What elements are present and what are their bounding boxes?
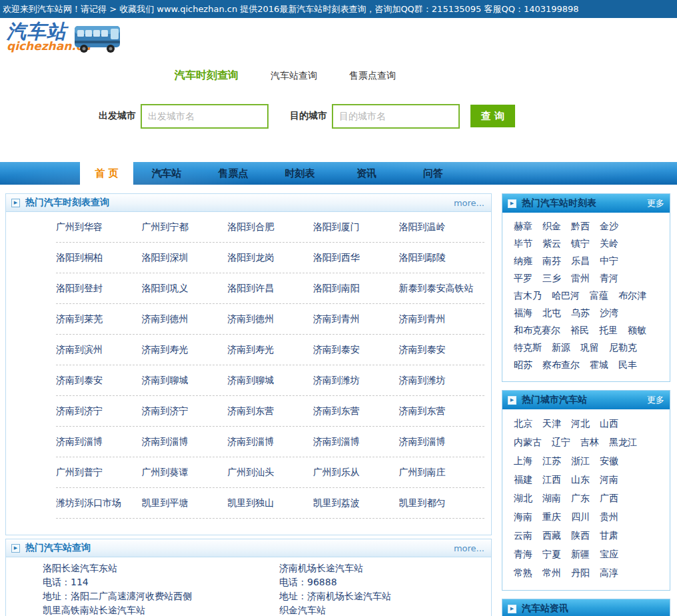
city-link[interactable]: 福海 (514, 307, 532, 318)
route-link[interactable]: 济南到滨州 (56, 344, 142, 356)
nav-item[interactable]: 售票点 (200, 162, 267, 185)
route-link[interactable]: 济南到青州 (313, 313, 399, 325)
city-link[interactable]: 关岭 (600, 238, 618, 249)
city-link[interactable]: 浙江 (571, 455, 590, 466)
route-link[interactable]: 济南到淄博 (56, 436, 142, 448)
city-link[interactable]: 三乡 (542, 273, 561, 283)
city-link[interactable]: 织金 (542, 221, 561, 231)
city-link[interactable]: 广西 (600, 493, 618, 503)
route-link[interactable]: 洛阳到登封 (56, 283, 142, 295)
city-link[interactable]: 天津 (542, 418, 561, 429)
tab-ticket-office-search[interactable]: 售票点查询 (349, 70, 396, 82)
city-link[interactable]: 北京 (514, 418, 532, 429)
city-link[interactable]: 青海 (514, 549, 532, 559)
route-link[interactable]: 济南到寿光 (142, 344, 228, 356)
route-link[interactable]: 济南到济宁 (56, 405, 142, 417)
city-link[interactable]: 毕节 (514, 238, 532, 249)
route-link[interactable]: 潍坊到泺口市场 (56, 497, 142, 509)
city-link[interactable]: 黑龙江 (609, 437, 637, 447)
city-link[interactable]: 吉林 (580, 437, 599, 447)
city-link[interactable]: 陕西 (571, 530, 590, 541)
city-link[interactable]: 宁夏 (542, 549, 561, 559)
route-link[interactable]: 济南到莱芜 (56, 313, 142, 325)
city-link[interactable]: 黔西 (571, 221, 590, 231)
city-link[interactable]: 昭苏 (514, 359, 532, 370)
nav-item[interactable]: 时刻表 (267, 162, 333, 185)
route-link[interactable]: 凯里到独山 (227, 497, 313, 509)
route-link[interactable]: 洛阳到厦门 (313, 221, 399, 233)
more-link[interactable]: more... (454, 198, 484, 208)
station-link[interactable]: 凯里高铁南站长途汽车站 (43, 603, 279, 616)
route-link[interactable]: 洛阳到深圳 (142, 252, 228, 264)
route-link[interactable]: 济南到淄博 (227, 436, 313, 448)
city-link[interactable]: 常州 (542, 567, 561, 578)
city-link[interactable]: 上海 (514, 455, 532, 466)
city-link[interactable]: 赫章 (514, 221, 532, 231)
city-link[interactable]: 额敏 (628, 325, 646, 335)
route-link[interactable]: 济南到东营 (313, 405, 399, 417)
city-link[interactable]: 镇宁 (571, 238, 590, 249)
route-link[interactable]: 广州到汕头 (227, 467, 313, 479)
city-link[interactable]: 霍城 (590, 359, 608, 370)
city-link[interactable]: 福建 (514, 474, 532, 485)
city-link[interactable]: 重庆 (542, 511, 561, 522)
to-city-input[interactable] (332, 104, 460, 129)
city-link[interactable]: 尼勒克 (609, 342, 637, 353)
route-link[interactable]: 凯里到平塘 (142, 497, 228, 509)
city-link[interactable]: 特克斯 (514, 342, 542, 353)
city-link[interactable]: 宝应 (600, 549, 618, 559)
more-link[interactable]: 更多 (647, 394, 664, 406)
city-link[interactable]: 金沙 (600, 221, 618, 231)
city-link[interactable]: 布尔津 (618, 290, 646, 301)
route-link[interactable]: 洛阳到许昌 (227, 283, 313, 295)
city-link[interactable]: 察布查尔 (542, 359, 580, 370)
city-link[interactable]: 裕民 (570, 325, 589, 335)
route-link[interactable]: 济南到聊城 (227, 375, 313, 387)
city-link[interactable]: 新疆 (571, 549, 590, 559)
from-city-input[interactable] (141, 104, 269, 129)
route-link[interactable]: 广州到普宁 (56, 467, 142, 479)
route-link[interactable]: 济南到淄博 (398, 436, 484, 448)
route-link[interactable]: 洛阳到南阳 (313, 283, 399, 295)
more-link[interactable]: more... (454, 543, 484, 553)
route-link[interactable]: 济南到济宁 (142, 405, 228, 417)
route-link[interactable]: 广州到华容 (56, 221, 142, 233)
city-link[interactable]: 广东 (571, 493, 590, 503)
route-link[interactable]: 洛阳到鄢陵 (398, 252, 484, 264)
route-link[interactable]: 广州到葵谭 (142, 467, 228, 479)
route-link[interactable]: 济南到淄博 (142, 436, 228, 448)
city-link[interactable]: 吉木乃 (514, 290, 542, 301)
city-link[interactable]: 青河 (600, 273, 618, 283)
city-link[interactable]: 常熟 (514, 567, 532, 578)
nav-item[interactable]: 首 页 (80, 162, 133, 185)
route-link[interactable]: 济南到聊城 (142, 375, 228, 387)
station-link[interactable]: 济南机场长途汽车站 (279, 561, 391, 575)
city-link[interactable]: 纳雍 (514, 255, 532, 266)
city-link[interactable]: 雷州 (571, 273, 590, 283)
city-link[interactable]: 河北 (571, 418, 590, 429)
station-link[interactable]: 织金汽车站 (279, 603, 391, 616)
tab-station-search[interactable]: 汽车站查询 (271, 70, 317, 82)
route-link[interactable]: 洛阳到桐柏 (56, 252, 142, 264)
route-link[interactable]: 洛阳到西华 (313, 252, 399, 264)
route-link[interactable]: 广州到宁都 (142, 221, 228, 233)
route-link[interactable]: 济南到泰安 (398, 344, 484, 356)
route-link[interactable]: 济南到东营 (227, 405, 313, 417)
more-link[interactable]: 更多 (647, 197, 664, 209)
city-link[interactable]: 安徽 (600, 455, 618, 466)
city-link[interactable]: 山西 (600, 418, 618, 429)
search-button[interactable]: 查 询 (470, 105, 515, 127)
city-link[interactable]: 江苏 (542, 455, 561, 466)
route-link[interactable]: 济南到潍坊 (398, 375, 484, 387)
route-link[interactable]: 洛阳到龙岗 (227, 252, 313, 264)
city-link[interactable]: 新源 (552, 342, 570, 353)
route-link[interactable]: 济南到寿光 (227, 344, 313, 356)
route-link[interactable]: 济南到德州 (227, 313, 313, 325)
route-link[interactable]: 洛阳到温岭 (398, 221, 484, 233)
route-link[interactable]: 广州到乐从 (313, 467, 399, 479)
route-link[interactable]: 洛阳到合肥 (227, 221, 313, 233)
city-link[interactable]: 平罗 (514, 273, 532, 283)
city-link[interactable]: 西藏 (542, 530, 561, 541)
city-link[interactable]: 湖北 (514, 493, 532, 503)
nav-item[interactable]: 资讯 (333, 162, 400, 185)
